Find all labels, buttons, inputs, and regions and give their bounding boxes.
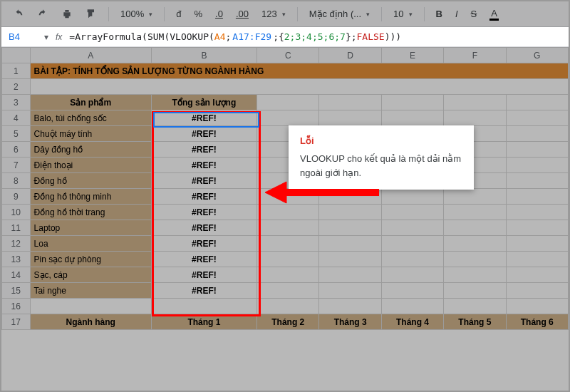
- cell[interactable]: [506, 205, 568, 220]
- cell[interactable]: [257, 220, 319, 236]
- row-header[interactable]: 11: [2, 220, 31, 236]
- number-format-dropdown[interactable]: 123: [257, 6, 290, 22]
- header-total[interactable]: Tổng sản lượng: [151, 95, 256, 110]
- cell[interactable]: [381, 252, 443, 267]
- cell[interactable]: [444, 205, 506, 220]
- cell[interactable]: [506, 142, 568, 158]
- col-header-D[interactable]: D: [319, 48, 381, 63]
- month-header[interactable]: Tháng 4: [381, 314, 443, 330]
- col-header-E[interactable]: E: [381, 48, 443, 63]
- error-cell[interactable]: #REF!: [151, 283, 256, 299]
- cell[interactable]: [30, 79, 568, 95]
- error-cell[interactable]: #REF!: [151, 189, 256, 205]
- error-cell[interactable]: #REF!: [151, 173, 256, 189]
- row-header[interactable]: 15: [2, 283, 31, 299]
- increase-decimal-button[interactable]: .00: [232, 6, 253, 22]
- product-cell[interactable]: Sạc, cáp: [30, 267, 151, 283]
- redo-button[interactable]: [33, 6, 53, 23]
- col-header-G[interactable]: G: [506, 48, 568, 63]
- cell[interactable]: [506, 95, 568, 110]
- cell[interactable]: [381, 110, 443, 126]
- cell[interactable]: [257, 283, 319, 299]
- cell[interactable]: [30, 299, 151, 314]
- cell[interactable]: [319, 267, 381, 283]
- row-header[interactable]: 14: [2, 267, 31, 283]
- cell[interactable]: [506, 110, 568, 126]
- cell[interactable]: [381, 189, 443, 205]
- cell[interactable]: [257, 95, 319, 110]
- cell[interactable]: [444, 283, 506, 299]
- header-category[interactable]: Ngành hàng: [30, 314, 151, 330]
- month-header[interactable]: Tháng 1: [151, 314, 256, 330]
- cell[interactable]: [381, 205, 443, 220]
- strikethrough-button[interactable]: S: [467, 6, 482, 22]
- error-cell[interactable]: #REF!: [151, 252, 256, 267]
- italic-button[interactable]: I: [451, 6, 462, 22]
- cell[interactable]: [506, 299, 568, 314]
- cell[interactable]: [257, 252, 319, 267]
- cell[interactable]: [444, 252, 506, 267]
- month-header[interactable]: Tháng 3: [319, 314, 381, 330]
- font-size-dropdown[interactable]: 10: [389, 6, 416, 22]
- cell[interactable]: [444, 110, 506, 126]
- cell-reference[interactable]: B4: [9, 31, 44, 42]
- font-dropdown[interactable]: Mặc định (...: [305, 6, 374, 22]
- col-header-A[interactable]: A: [30, 48, 151, 63]
- row-header[interactable]: 4: [2, 110, 31, 126]
- print-button[interactable]: [57, 6, 77, 23]
- product-cell[interactable]: Tai nghe: [30, 283, 151, 299]
- product-cell[interactable]: Đồng hồ: [30, 173, 151, 189]
- product-cell[interactable]: Pin sạc dự phòng: [30, 252, 151, 267]
- header-product[interactable]: Sản phẩm: [30, 95, 151, 110]
- error-cell[interactable]: #REF!: [151, 205, 256, 220]
- row-header[interactable]: 2: [2, 79, 31, 95]
- row-header[interactable]: 1: [2, 63, 31, 79]
- cell[interactable]: [319, 299, 381, 314]
- zoom-dropdown[interactable]: 100%: [116, 6, 157, 22]
- cell[interactable]: [444, 299, 506, 314]
- product-cell[interactable]: Loa: [30, 236, 151, 252]
- cell[interactable]: [257, 267, 319, 283]
- percent-button[interactable]: %: [190, 6, 207, 22]
- col-header-F[interactable]: F: [444, 48, 506, 63]
- row-header[interactable]: 10: [2, 205, 31, 220]
- error-cell[interactable]: #REF!: [151, 110, 256, 126]
- cell[interactable]: [506, 158, 568, 173]
- cell[interactable]: [506, 189, 568, 205]
- cell[interactable]: [257, 236, 319, 252]
- month-header[interactable]: Tháng 2: [257, 314, 319, 330]
- error-cell[interactable]: #REF!: [151, 220, 256, 236]
- fx-icon[interactable]: fx: [56, 32, 62, 42]
- row-header[interactable]: 16: [2, 299, 31, 314]
- cell[interactable]: [506, 283, 568, 299]
- product-cell[interactable]: Laptop: [30, 220, 151, 236]
- cell[interactable]: [444, 220, 506, 236]
- cell[interactable]: [319, 283, 381, 299]
- cell[interactable]: [506, 173, 568, 189]
- row-header[interactable]: 17: [2, 314, 31, 330]
- col-header-C[interactable]: C: [257, 48, 319, 63]
- cell[interactable]: [381, 299, 443, 314]
- text-color-button[interactable]: A: [485, 5, 503, 24]
- cell[interactable]: [319, 236, 381, 252]
- product-cell[interactable]: Điện thoại: [30, 158, 151, 173]
- currency-button[interactable]: đ: [172, 6, 185, 22]
- product-cell[interactable]: Chuột máy tính: [30, 126, 151, 142]
- cell[interactable]: [381, 236, 443, 252]
- row-header[interactable]: 12: [2, 236, 31, 252]
- error-cell[interactable]: #REF!: [151, 236, 256, 252]
- cell[interactable]: [319, 95, 381, 110]
- error-cell[interactable]: #REF!: [151, 142, 256, 158]
- undo-button[interactable]: [9, 6, 28, 23]
- cell[interactable]: [506, 252, 568, 267]
- row-header[interactable]: 9: [2, 189, 31, 205]
- error-cell[interactable]: #REF!: [151, 126, 256, 142]
- error-cell[interactable]: #REF!: [151, 267, 256, 283]
- cell[interactable]: [381, 267, 443, 283]
- cell[interactable]: [444, 189, 506, 205]
- col-header-B[interactable]: B: [151, 48, 256, 63]
- product-cell[interactable]: Balo, túi chống sốc: [30, 110, 151, 126]
- paint-format-button[interactable]: [81, 6, 101, 23]
- product-cell[interactable]: Dây đồng hồ: [30, 142, 151, 158]
- row-header[interactable]: 3: [2, 95, 31, 110]
